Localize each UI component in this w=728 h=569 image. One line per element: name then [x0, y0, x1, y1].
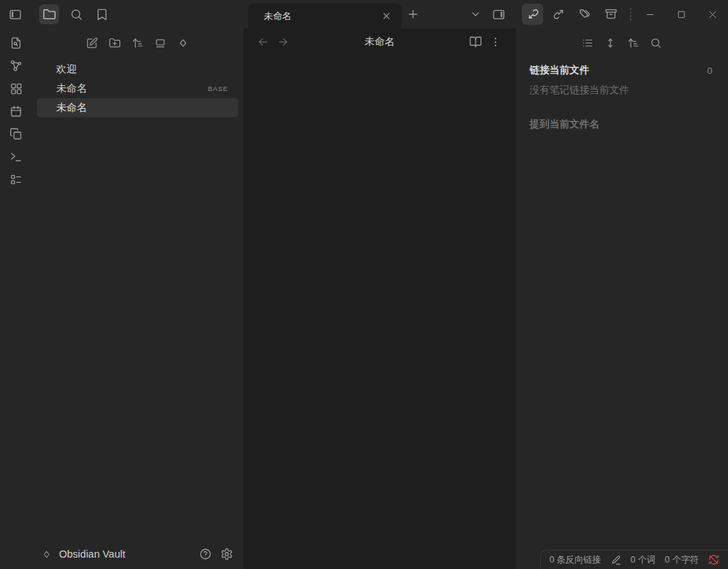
- backlink-count[interactable]: 0 条反向链接: [550, 554, 601, 566]
- file-explorer-pane: 欢迎 未命名 BASE 未命名 Obsidian Vault: [31, 28, 245, 569]
- window-close-button[interactable]: [702, 4, 722, 24]
- sort-asc-icon: [132, 37, 144, 49]
- sort-asc-icon: [627, 37, 639, 49]
- links-outgoing-icon: [552, 7, 566, 21]
- window-maximize-button[interactable]: [671, 4, 691, 24]
- file-item-label: 欢迎: [56, 63, 77, 76]
- toggle-left-sidebar-button[interactable]: [5, 4, 25, 24]
- help-icon: [199, 548, 212, 560]
- search-icon: [650, 37, 662, 49]
- move-vertical-icon: [604, 37, 616, 49]
- sync-error-icon[interactable]: [708, 554, 719, 565]
- new-folder-button[interactable]: [107, 34, 124, 51]
- ribbon: [0, 28, 31, 569]
- tab-close-button[interactable]: [378, 8, 395, 25]
- linked-mentions-header[interactable]: 链接当前文件 0: [530, 64, 712, 77]
- templates-button[interactable]: [6, 124, 26, 144]
- daily-note-button[interactable]: [6, 101, 26, 121]
- toggle-right-sidebar-button[interactable]: [488, 4, 508, 24]
- view-header: 未命名: [245, 28, 515, 55]
- edit-mode-indicator[interactable]: [611, 555, 621, 565]
- close-icon: [707, 9, 719, 21]
- files-tab-button[interactable]: [39, 4, 59, 24]
- canvas-button[interactable]: [6, 78, 26, 98]
- terminal-button[interactable]: [6, 147, 26, 166]
- file-item-label: 未命名: [56, 101, 87, 115]
- more-options-button[interactable]: [487, 33, 504, 50]
- tab-title: 未命名: [264, 10, 378, 23]
- settings-button[interactable]: [217, 544, 237, 564]
- tab-untitled[interactable]: 未命名: [248, 4, 402, 28]
- sort-order-button[interactable]: [129, 34, 146, 51]
- maximize-icon: [675, 9, 687, 21]
- bookmarks-tab-button[interactable]: [92, 4, 112, 24]
- panel-right-icon: [492, 8, 505, 21]
- window-minimize-button[interactable]: [640, 4, 660, 24]
- character-count: 0 个字符: [665, 554, 699, 566]
- archive-icon: [604, 7, 618, 21]
- backlink-sort-order-button[interactable]: [625, 34, 642, 51]
- file-search-icon: [9, 36, 23, 50]
- expand-results-button[interactable]: [602, 34, 619, 51]
- panel-left-icon: [9, 8, 22, 21]
- editor-content[interactable]: [245, 55, 515, 569]
- gear-icon: [220, 548, 233, 560]
- reading-view-button[interactable]: [467, 33, 484, 50]
- backlink-list-options-button[interactable]: [579, 34, 596, 51]
- folder-plus-icon: [109, 37, 121, 49]
- search-tab-button[interactable]: [66, 4, 86, 24]
- file-type-badge: BASE: [208, 85, 232, 92]
- form-view-button[interactable]: [6, 169, 26, 189]
- book-open-icon: [469, 36, 482, 48]
- diamond-collapse-icon: [177, 37, 189, 49]
- vault-switcher-icon: [41, 549, 52, 560]
- graph-view-button[interactable]: [6, 55, 26, 75]
- editor-pane[interactable]: 未命名: [245, 28, 515, 569]
- vault-name: Obsidian Vault: [59, 548, 125, 560]
- grip-separator: [628, 8, 633, 21]
- file-item-untitled-selected[interactable]: 未命名: [37, 98, 238, 117]
- backlinks-pane: 链接当前文件 0 没有笔记链接当前文件 提到当前文件名: [515, 28, 728, 569]
- quick-switcher-button[interactable]: [6, 33, 26, 53]
- terminal-icon: [9, 150, 23, 164]
- vault-footer: Obsidian Vault: [31, 539, 244, 569]
- search-icon: [70, 8, 83, 21]
- vault-switcher[interactable]: Obsidian Vault: [41, 548, 125, 560]
- links-incoming-icon: [526, 8, 540, 21]
- arrow-right-icon: [277, 36, 289, 48]
- copy-icon: [9, 127, 23, 141]
- graph-icon: [9, 59, 23, 73]
- outgoing-links-pane-button[interactable]: [549, 4, 569, 23]
- backlinks-toolbar: [515, 28, 728, 57]
- help-button[interactable]: [196, 544, 215, 564]
- navigate-forward-button[interactable]: [274, 33, 291, 50]
- card-view-button[interactable]: [152, 34, 169, 51]
- file-list: 欢迎 未命名 BASE 未命名: [31, 57, 244, 120]
- backlinks-pane-button[interactable]: [522, 4, 543, 25]
- file-explorer-toolbar: [31, 28, 244, 57]
- file-item-label: 未命名: [56, 82, 87, 95]
- navigate-back-button[interactable]: [255, 33, 272, 50]
- plus-icon: [407, 8, 419, 21]
- tags-pane-button[interactable]: [574, 4, 594, 23]
- unlinked-mentions-header[interactable]: 提到当前文件名: [530, 118, 712, 131]
- layout-list-icon: [9, 173, 23, 186]
- linked-mentions-empty-text: 没有笔记链接当前文件: [530, 84, 712, 97]
- all-properties-pane-button[interactable]: [601, 4, 621, 23]
- titlebar: 未命名: [0, 0, 728, 28]
- status-bar: 0 条反向链接 0 个词 0 个字符: [540, 550, 728, 569]
- list-icon: [582, 37, 594, 49]
- minimize-icon: [644, 9, 656, 21]
- new-tab-button[interactable]: [403, 4, 423, 24]
- new-note-icon: [86, 37, 98, 49]
- backlinks-content: 链接当前文件 0 没有笔记链接当前文件 提到当前文件名: [515, 57, 728, 131]
- tab-list-dropdown-button[interactable]: [466, 4, 486, 24]
- collapse-all-button[interactable]: [175, 34, 192, 51]
- file-item-untitled-base[interactable]: 未命名 BASE: [37, 79, 238, 98]
- new-note-button[interactable]: [84, 34, 101, 51]
- backlink-search-button[interactable]: [648, 34, 665, 51]
- gallery-icon: [154, 37, 166, 49]
- layout-grid-icon: [9, 82, 23, 95]
- folder-icon: [43, 8, 56, 21]
- file-item-welcome[interactable]: 欢迎: [37, 60, 238, 79]
